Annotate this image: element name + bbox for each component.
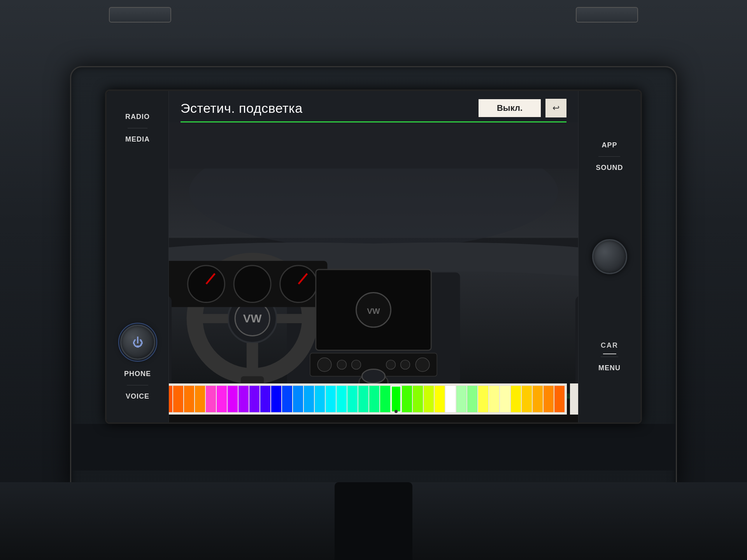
knob-ring [118, 323, 157, 362]
color-swatch[interactable] [402, 386, 412, 412]
color-swatch[interactable] [533, 386, 543, 412]
color-swatch[interactable] [391, 386, 401, 412]
svg-text:VW: VW [243, 312, 262, 325]
screen-header: Эстетич. подсветка Выкл. ↩ [169, 91, 578, 121]
color-swatch[interactable] [413, 386, 423, 412]
color-swatch[interactable] [249, 386, 260, 412]
voice-button[interactable]: VOICE [124, 390, 151, 403]
car-button[interactable]: CAR [598, 339, 621, 352]
color-swatch[interactable] [228, 386, 238, 412]
radio-divider [128, 128, 147, 128]
menu-button[interactable]: MENU [598, 362, 621, 374]
color-swatch[interactable] [206, 386, 216, 412]
back-button[interactable]: ↩ [545, 99, 566, 117]
power-knob[interactable] [120, 325, 155, 360]
color-swatch[interactable] [369, 386, 379, 412]
car-surround: RADIO MEDIA PHONE VOICE [0, 0, 747, 560]
page-title: Эстетич. подсветка [181, 101, 303, 116]
svg-point-26 [352, 360, 361, 369]
phone-button[interactable]: PHONE [124, 368, 151, 380]
color-swatch[interactable] [424, 386, 434, 412]
color-right-arrow[interactable]: › [570, 383, 578, 415]
car-interior-display: VW [169, 122, 578, 422]
power-knob-area [120, 325, 155, 360]
svg-point-28 [401, 360, 410, 369]
color-swatch[interactable] [260, 386, 270, 412]
car-interior-svg: VW [169, 122, 578, 422]
color-swatch[interactable] [358, 386, 368, 412]
left-vent [109, 7, 171, 23]
svg-point-29 [416, 358, 430, 372]
left-sidebar: RADIO MEDIA PHONE VOICE [107, 91, 169, 422]
phone-divider [127, 385, 148, 385]
svg-rect-2 [169, 122, 578, 169]
color-swatch[interactable] [238, 386, 249, 412]
svg-point-31 [362, 369, 385, 383]
color-picker-bar: ‹ › ☀ [169, 383, 578, 415]
color-swatch[interactable] [337, 386, 347, 412]
color-swatch[interactable] [456, 386, 466, 412]
color-swatch[interactable] [195, 386, 205, 412]
header-right: Выкл. ↩ [479, 99, 566, 117]
color-swatch[interactable] [380, 386, 390, 412]
color-swatch[interactable] [326, 386, 336, 412]
color-swatch[interactable] [315, 386, 325, 412]
screen-bezel: RADIO MEDIA PHONE VOICE [105, 89, 642, 424]
color-swatch[interactable] [184, 386, 194, 412]
color-swatch[interactable] [282, 386, 292, 412]
right-vent [576, 7, 638, 23]
back-icon: ↩ [552, 103, 559, 113]
color-swatch[interactable] [511, 386, 521, 412]
color-swatch[interactable] [271, 386, 281, 412]
infotainment-unit: RADIO MEDIA PHONE VOICE [70, 66, 677, 494]
color-swatch[interactable] [522, 386, 532, 412]
color-swatch[interactable] [467, 386, 477, 412]
svg-point-24 [317, 358, 331, 372]
app-button[interactable]: APP [596, 139, 623, 152]
sound-button[interactable]: SOUND [596, 161, 623, 174]
color-swatch[interactable] [554, 386, 565, 412]
floor-area [0, 482, 747, 560]
radio-button[interactable]: RADIO [125, 110, 150, 123]
right-knob-area [592, 239, 627, 274]
color-swatch[interactable] [169, 386, 172, 412]
car-divider [601, 357, 619, 357]
color-swatch[interactable] [347, 386, 358, 412]
svg-point-25 [337, 360, 347, 369]
media-button[interactable]: MEDIA [125, 133, 150, 146]
color-swatch[interactable] [304, 386, 314, 412]
color-swatch[interactable] [217, 386, 227, 412]
color-swatch[interactable] [445, 386, 456, 412]
bottom-controls [71, 424, 676, 471]
app-divider [598, 156, 620, 157]
color-swatches [169, 383, 567, 415]
right-sidebar: APP SOUND CAR MENU [578, 91, 640, 422]
color-swatch[interactable] [489, 386, 499, 412]
color-swatch[interactable] [293, 386, 303, 412]
color-swatch[interactable] [478, 386, 488, 412]
right-knob[interactable] [592, 239, 627, 274]
off-button[interactable]: Выкл. [479, 99, 541, 117]
main-content: Эстетич. подсветка Выкл. ↩ [169, 91, 578, 422]
color-swatch[interactable] [173, 386, 183, 412]
color-swatch[interactable] [435, 386, 445, 412]
color-swatch[interactable] [500, 386, 510, 412]
svg-text:VW: VW [367, 306, 380, 315]
color-swatch[interactable] [544, 386, 554, 412]
svg-point-27 [386, 360, 396, 369]
svg-point-16 [234, 266, 271, 303]
floor-center [335, 482, 412, 560]
